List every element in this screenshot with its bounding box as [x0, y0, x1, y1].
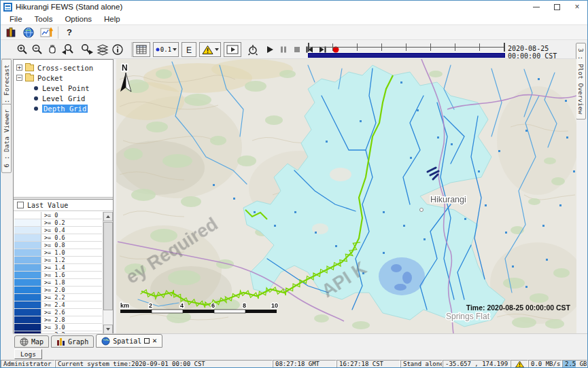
map-canvas: ey Required API K Hikurangi Springs Flat…: [116, 59, 576, 333]
legend-row[interactable]: >= 1.4: [14, 264, 102, 272]
skip-to-start-button[interactable]: [262, 42, 273, 57]
status-bar: Administrator Current system time:2020-0…: [1, 360, 587, 368]
tab-close-icon[interactable]: ✕: [152, 338, 157, 344]
left-dock-strip: 5 : Forecast 6 : Data Viewer: [1, 59, 13, 333]
legend-row[interactable]: >= 3.0: [14, 324, 102, 331]
legend-row[interactable]: >= 0.6: [14, 234, 102, 242]
logs-row: Logs: [13, 348, 588, 360]
tab-map[interactable]: Map: [14, 335, 49, 348]
legend-row[interactable]: >= 2.2: [14, 294, 102, 301]
legend-label: >= 1.0: [41, 249, 65, 256]
legend-label: >= 0.6: [41, 234, 65, 241]
slider-track: [308, 47, 505, 48]
title-bar: Hikurangi FEWS (Stand alone) ×: [1, 1, 587, 13]
database-icon: [5, 26, 17, 39]
legend-row[interactable]: >= 2.6: [14, 309, 102, 316]
legend-row[interactable]: >= 2.0: [14, 287, 102, 294]
legend-swatch: [14, 264, 41, 271]
tree-item-level-grid[interactable]: Level Grid: [14, 93, 113, 103]
skip-to-end-button[interactable]: [275, 42, 286, 57]
tree-item-cross-section[interactable]: + Cross-section: [14, 62, 113, 73]
svg-text:km: km: [120, 302, 129, 309]
scrollbar-thumb[interactable]: [103, 222, 113, 310]
status-coordinates: -35.657 , 174.199: [443, 360, 511, 368]
tab-spatial[interactable]: Spatial ✕: [96, 334, 162, 348]
database-button[interactable]: [5, 26, 17, 39]
tab-data-viewer[interactable]: 6 : Data Viewer: [1, 104, 12, 173]
arrow-up-icon: [106, 215, 110, 218]
legend-label: >= 1.6: [41, 272, 65, 278]
legend-swatch: [14, 294, 41, 301]
legend-list: >= 0>= 0.2>= 0.4>= 0.6>= 0.8>= 1.0>= 1.2…: [14, 212, 102, 334]
tab-plot-overview[interactable]: 3 : Plot Overview: [576, 43, 586, 119]
help-button[interactable]: ?: [63, 27, 76, 37]
legend-row[interactable]: >= 1.8: [14, 279, 102, 287]
legend-swatch: [14, 279, 41, 286]
maximize-button[interactable]: [547, 1, 567, 13]
legend-label: >= 1.2: [41, 257, 65, 263]
layers-panel: + Cross-section − Pocket Level Point Lev…: [13, 59, 114, 333]
spatial-display-button[interactable]: [22, 26, 35, 39]
legend-panel: Last Value >= 0>= 0.2>= 0.4>= 0.6>= 0.8>…: [14, 199, 113, 334]
tree-item-pocket[interactable]: − Pocket: [14, 73, 113, 83]
tree-item-depth-grid[interactable]: Depth Grid: [14, 103, 113, 113]
legend-swatch: [14, 324, 41, 331]
status-mode: Stand alone: [400, 360, 443, 368]
last-value-label: Last Value: [27, 202, 68, 209]
tab-graph-label: Graph: [68, 338, 88, 346]
svg-text:N: N: [122, 63, 128, 73]
status-system-time: Current system time:2020-09-01 00:00 CST: [55, 360, 273, 368]
legend-row[interactable]: >= 1.0: [14, 249, 102, 257]
status-memory: 2.5 GB: [562, 360, 587, 368]
map-time-label: Time: 2020-08-25 00:00:00 CST: [466, 303, 571, 312]
menu-help[interactable]: Help: [98, 15, 126, 23]
collapse-icon[interactable]: −: [16, 75, 22, 81]
menu-options[interactable]: Options: [58, 15, 98, 23]
legend-row[interactable]: >= 0: [14, 212, 102, 219]
maximize-icon: [554, 4, 560, 10]
legend-row[interactable]: >= 2.8: [14, 316, 102, 324]
timeseries-button[interactable]: [40, 26, 54, 39]
legend-swatch: [14, 219, 41, 226]
scroll-down-button[interactable]: [103, 325, 113, 334]
expand-icon[interactable]: +: [16, 65, 22, 71]
app-window: Hikurangi FEWS (Stand alone) × File Tool…: [0, 0, 588, 368]
close-button[interactable]: ×: [567, 1, 587, 13]
tab-graph[interactable]: Graph: [51, 335, 94, 348]
legend-label: >= 2.6: [41, 309, 65, 316]
status-warning-icon: [515, 361, 524, 368]
legend-row[interactable]: >= 0.8: [14, 242, 102, 249]
time-slider[interactable]: [308, 41, 505, 58]
tree-item-level-point[interactable]: Level Point: [14, 83, 113, 93]
last-value-checkbox[interactable]: [17, 202, 24, 208]
toolbar-timestamp: 2020-08-25 00:00:00 CST: [508, 45, 576, 60]
bottom-tab-bar: Map Graph Spatial ✕: [13, 333, 588, 348]
legend-row[interactable]: >= 1.6: [14, 272, 102, 279]
legend-label: >= 2.4: [41, 301, 65, 308]
slider-start-cap: [308, 43, 309, 52]
legend-row[interactable]: >= 0.4: [14, 227, 102, 234]
legend-swatch: [14, 309, 41, 316]
status-warning-cell[interactable]: [511, 360, 528, 368]
right-dock-strip: 3 : Plot Overview: [575, 40, 587, 333]
menu-file[interactable]: File: [3, 15, 29, 23]
legend-swatch: [14, 242, 41, 249]
menu-tools[interactable]: Tools: [29, 15, 59, 23]
legend-row[interactable]: >= 0.2: [14, 219, 102, 227]
record-button[interactable]: [289, 42, 298, 57]
scroll-up-button[interactable]: [103, 212, 113, 221]
tab-maximize-icon[interactable]: [144, 338, 150, 344]
tab-spatial-label: Spatial: [113, 337, 141, 345]
legend-row[interactable]: >= 1.2: [14, 257, 102, 264]
legend-label: >= 0.8: [41, 242, 65, 249]
minimize-button[interactable]: [526, 1, 547, 13]
map-viewport[interactable]: ey Required API K Hikurangi Springs Flat…: [116, 59, 576, 333]
status-gmt-time: 08:27:18 GMT: [273, 360, 336, 368]
legend-label: >= 1.4: [41, 264, 65, 271]
legend-scrollbar[interactable]: [103, 212, 113, 334]
legend-row[interactable]: >= 2.4: [14, 301, 102, 309]
logs-button[interactable]: Logs: [14, 349, 42, 359]
minimize-icon: [533, 7, 540, 7]
legend-label: >= 0.4: [41, 227, 65, 234]
legend-label: >= 2.0: [41, 287, 65, 293]
